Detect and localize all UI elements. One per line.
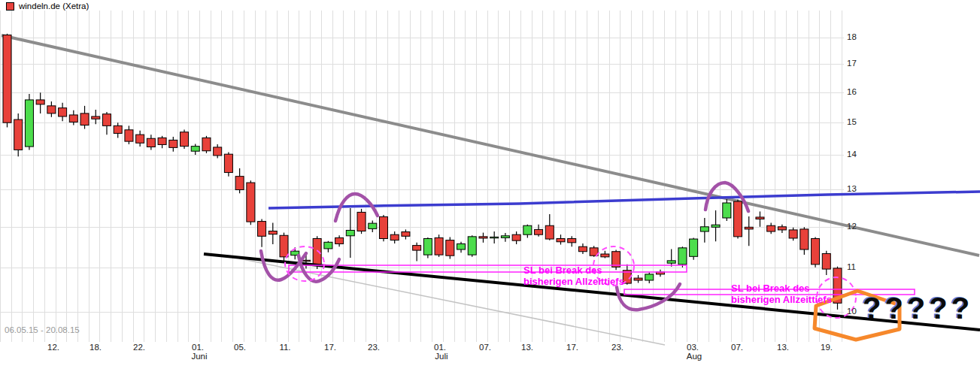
candle-body [158, 138, 166, 144]
candle-body [25, 100, 33, 147]
candle-body [402, 232, 410, 237]
stop-loss-note-1-line1: SL bei Break des [523, 265, 624, 276]
x-tick-label: 07. [479, 343, 491, 352]
y-tick-label: 11 [847, 262, 856, 271]
question-marks-annotation: ????? [863, 293, 973, 323]
candle-body [789, 230, 797, 238]
x-month-label: Juni [191, 352, 207, 361]
candle-body [446, 240, 454, 256]
candle-body [191, 147, 199, 152]
candle-body [102, 114, 111, 126]
x-tick-label: 07. [731, 343, 743, 352]
y-tick-label: 10 [847, 307, 857, 316]
candle-body [280, 235, 288, 257]
x-tick-label: 13. [777, 343, 789, 352]
stop-loss-note-1-line2: bisherigen Allzeittiefs [523, 276, 624, 287]
candle-body [667, 261, 675, 263]
candle-body [413, 246, 421, 250]
candle-body [269, 231, 277, 234]
x-tick-label: 01. [434, 343, 446, 352]
candle-body [235, 177, 244, 190]
candle-body [181, 132, 189, 147]
legend-red-square-icon [6, 2, 14, 11]
y-tick-label: 18 [847, 32, 857, 41]
candle-body [224, 154, 232, 172]
chart-page: windeln.de (Xetra) 06.05.15 - 20.08.15 S… [0, 0, 980, 384]
candle-body [390, 234, 399, 240]
candle-body [423, 239, 432, 255]
candle-body [147, 138, 155, 147]
x-tick-label: 01. [192, 343, 204, 352]
candle-body [3, 35, 11, 123]
candle-body [690, 239, 698, 256]
y-tick-label: 17 [847, 59, 857, 68]
candle-body [756, 217, 764, 219]
candle-body [778, 227, 786, 230]
candle-body [313, 239, 321, 265]
candle-body [202, 138, 211, 150]
candle-body [114, 125, 122, 133]
candle-body [125, 130, 133, 141]
candle-body [14, 119, 23, 150]
candle-body [247, 183, 255, 222]
candle-body [634, 278, 642, 280]
candle-body [535, 229, 543, 234]
x-tick-label: 22. [133, 343, 145, 352]
candle-body [723, 203, 731, 218]
candle-body [379, 216, 387, 238]
y-tick-label: 14 [847, 150, 857, 159]
candle-body [136, 135, 144, 143]
candle-body [457, 243, 466, 249]
candle-body [512, 234, 520, 240]
candle-body [80, 113, 89, 125]
candle-body [678, 248, 687, 265]
x-tick-label: 17. [324, 343, 336, 352]
candle-body [435, 237, 443, 255]
candle-body [169, 140, 177, 147]
x-tick-label: 05. [234, 343, 246, 352]
date-range-label: 06.05.15 - 20.08.15 [5, 325, 80, 334]
x-tick-label: 18. [90, 343, 102, 352]
candle-body [501, 236, 509, 238]
y-tick-label: 13 [847, 184, 857, 193]
stop-loss-note-2-line2: bisherigen Allzeittiefs [731, 294, 832, 305]
candle-body [800, 229, 809, 249]
candle-body [557, 239, 565, 242]
candle-body [479, 237, 487, 238]
y-tick-label: 16 [847, 87, 857, 96]
stop-loss-note-2-line1: SL bei Break des [731, 283, 832, 294]
candle-body [92, 116, 100, 119]
stop-loss-note-1: SL bei Break des bisherigen Allzeittiefs [523, 265, 624, 287]
x-tick-label: 13. [521, 343, 533, 352]
candle-body [69, 115, 77, 122]
y-tick-label: 15 [847, 117, 857, 126]
candle-body [734, 201, 742, 237]
x-tick-label: 03. [687, 343, 699, 352]
candle-body [258, 222, 266, 237]
candle-body [568, 239, 576, 243]
gridlines [0, 11, 844, 342]
candle-body [346, 230, 354, 235]
candle-body [767, 225, 775, 231]
candle-body [645, 274, 654, 280]
x-month-label: Juli [435, 352, 448, 361]
stop-loss-note-2: SL bei Break des bisherigen Allzeittiefs [731, 283, 832, 305]
candle-body [59, 108, 67, 116]
x-tick-label: 23. [368, 343, 380, 352]
candle-body [468, 237, 476, 255]
legend: windeln.de (Xetra) [6, 2, 89, 11]
candle-body [214, 147, 222, 156]
candle-body [335, 237, 344, 243]
x-tick-label: 12. [47, 343, 59, 352]
candle-body [812, 239, 820, 265]
x-tick-label: 23. [611, 343, 623, 352]
candle-body [578, 246, 587, 252]
candle-body [369, 223, 377, 228]
x-tick-label: 17. [566, 343, 578, 352]
candle-body [711, 225, 720, 227]
candle-body [700, 227, 708, 231]
candle-body [601, 254, 609, 257]
candle-body [545, 225, 554, 239]
chart-canvas [0, 0, 980, 384]
legend-label: windeln.de (Xetra) [19, 2, 89, 11]
